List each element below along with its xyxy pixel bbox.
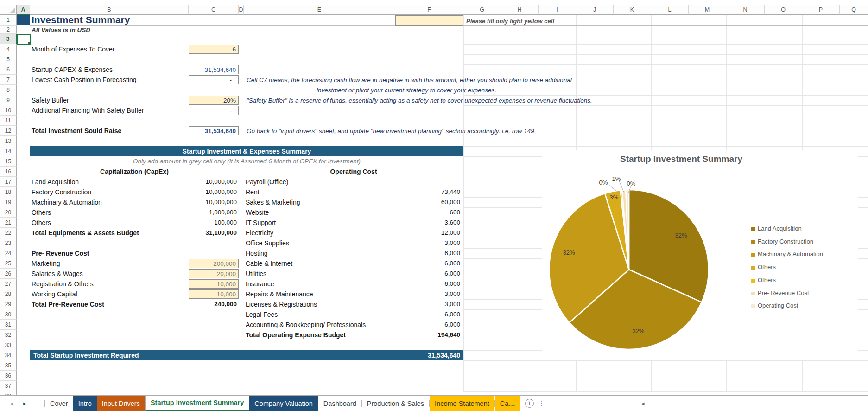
subtitle: All Values is in USD — [32, 26, 90, 33]
sheet-tab-startup-investment-summary[interactable]: Startup Investment Summary — [145, 396, 249, 411]
row-header-36[interactable]: 36 — [0, 371, 17, 381]
column-header-g[interactable]: G — [463, 5, 501, 15]
sheet-tab-intro[interactable]: Intro — [73, 396, 97, 411]
row-header-30[interactable]: 30 — [0, 309, 17, 320]
row-header-25[interactable]: 25 — [0, 258, 17, 269]
row-header-9[interactable]: 9 — [0, 95, 17, 105]
scroll-left-icon[interactable]: ◂ — [641, 400, 645, 407]
row-header-29[interactable]: 29 — [0, 299, 17, 309]
row-header-4[interactable]: 4 — [0, 44, 17, 54]
form-value-row12[interactable]: 31,534,640 — [189, 126, 239, 135]
row-header-22[interactable]: 22 — [0, 228, 17, 238]
row-header-11[interactable]: 11 — [0, 116, 17, 126]
column-header-h[interactable]: H — [501, 5, 539, 15]
row-header-2[interactable]: 2 — [0, 26, 17, 34]
legend-item-5[interactable]: Pre- Revenue Cost — [751, 289, 809, 295]
row-header-20[interactable]: 20 — [0, 207, 17, 218]
page-title: Investment Summary — [32, 14, 130, 26]
sheet-nav-left-icon[interactable]: ◂ — [10, 400, 13, 407]
sheet-tab-company-valuation[interactable]: Company Valuation — [249, 396, 317, 411]
opex-row-label: Cable & Internet — [246, 260, 292, 267]
column-header-e[interactable]: E — [244, 5, 395, 15]
row-header-21[interactable]: 21 — [0, 218, 17, 228]
row-header-34[interactable]: 34 — [0, 350, 17, 360]
row-header-32[interactable]: 32 — [0, 330, 17, 340]
sheet-tab-dashboard[interactable]: Dashboard — [318, 396, 361, 411]
sheet-tab-income-statement[interactable]: Income Statement — [430, 396, 494, 411]
column-header-i[interactable]: I — [539, 5, 576, 15]
row-header-15[interactable]: 15 — [0, 156, 17, 167]
row-header-19[interactable]: 19 — [0, 197, 17, 207]
add-sheet-icon[interactable]: + — [525, 399, 534, 408]
select-all-corner[interactable] — [0, 5, 17, 15]
row-header-7[interactable]: 7 — [0, 75, 17, 85]
column-header-d[interactable]: D — [239, 5, 244, 15]
sheet-tab-production-sales[interactable]: Production & Sales — [362, 396, 429, 411]
legend-item-1[interactable]: Factory Construction — [751, 238, 813, 244]
column-header-l[interactable]: L — [651, 5, 689, 15]
more-dots-icon[interactable]: ⋮ — [539, 400, 545, 407]
form-value-row10[interactable]: - — [189, 106, 239, 115]
column-header-f[interactable]: F — [395, 5, 463, 15]
sheet-nav-right-icon[interactable]: ▸ — [23, 400, 26, 407]
row-header-16[interactable]: 16 — [0, 167, 17, 177]
column-header-k[interactable]: K — [614, 5, 651, 15]
row-header-14[interactable]: 14 — [0, 146, 17, 156]
form-value-row6[interactable]: 31,534,640 — [189, 65, 239, 74]
row-header-18[interactable]: 18 — [0, 187, 17, 197]
row-header-1[interactable]: 1 — [0, 15, 17, 26]
column-header-m[interactable]: M — [689, 5, 726, 15]
column-header-p[interactable]: P — [802, 5, 840, 15]
form-label-row4: Month of Expenses To Cover — [32, 45, 115, 53]
column-header-b[interactable]: B — [30, 5, 189, 15]
form-value-row7[interactable]: - — [189, 75, 239, 84]
row-header-12[interactable]: 12 — [0, 126, 17, 136]
legend-item-2[interactable]: Machinary & Automation — [751, 250, 823, 257]
row-header-8[interactable]: 8 — [0, 85, 17, 95]
table-note: Only add amount in grey cell only (It is… — [30, 158, 463, 165]
row-header-17[interactable]: 17 — [0, 177, 17, 187]
row-header-5[interactable]: 5 — [0, 54, 17, 64]
capex-row-value: 10,000,000 — [189, 188, 237, 195]
legend-item-4[interactable]: Others — [751, 276, 776, 283]
form-value-row9[interactable]: 20% — [189, 96, 239, 105]
row-header-6[interactable]: 6 — [0, 64, 17, 75]
legend-item-3[interactable]: Others — [751, 263, 776, 270]
capex-row-input[interactable]: 10,000 — [189, 279, 239, 289]
column-header-a[interactable]: A — [17, 5, 30, 15]
pie-percent-label: 32% — [675, 232, 687, 239]
row-header-37[interactable]: 37 — [0, 381, 17, 391]
row-header-35[interactable]: 35 — [0, 360, 17, 371]
capex-row-input[interactable]: 200,000 — [189, 259, 239, 268]
row-header-23[interactable]: 23 — [0, 238, 17, 248]
cell-f1-input[interactable] — [395, 15, 463, 26]
column-header-c[interactable]: C — [189, 5, 239, 15]
column-header-q[interactable]: Q — [840, 5, 868, 15]
legend-label: Pre- Revenue Cost — [758, 289, 809, 296]
capex-row-input[interactable]: 20,000 — [189, 269, 239, 278]
pie-chart[interactable]: Startup Investment Summary 32%32%32%3%0%… — [542, 150, 858, 360]
opex-row-label: Payroll (Office) — [246, 178, 288, 186]
column-header-n[interactable]: N — [726, 5, 765, 15]
column-header-j[interactable]: J — [576, 5, 614, 15]
row-header-13[interactable]: 13 — [0, 136, 17, 146]
row-header-31[interactable]: 31 — [0, 320, 17, 330]
legend-item-6[interactable]: Operating Cost — [751, 302, 798, 308]
row-header-27[interactable]: 27 — [0, 279, 17, 289]
selected-cell-a3[interactable] — [17, 34, 31, 45]
capex-row-input[interactable]: 10,000 — [189, 289, 239, 299]
row-header-24[interactable]: 24 — [0, 248, 17, 258]
sheet-tab-cover[interactable]: Cover — [45, 396, 73, 411]
sheet-tab-input-drivers[interactable]: Input Drivers — [97, 396, 145, 411]
row-header-33[interactable]: 33 — [0, 340, 17, 350]
legend-item-0[interactable]: Land Acquisition — [751, 225, 802, 231]
row-header-28[interactable]: 28 — [0, 289, 17, 299]
column-header-o[interactable]: O — [765, 5, 802, 15]
row-header-3[interactable]: 3 — [0, 34, 17, 44]
form-value-row4[interactable]: 6 — [189, 45, 239, 54]
sheet-tab-ca[interactable]: Ca … — [495, 396, 520, 411]
opex-row-label: Office Supplies — [246, 239, 289, 247]
legend-swatch — [751, 266, 755, 270]
row-header-10[interactable]: 10 — [0, 105, 17, 116]
row-header-26[interactable]: 26 — [0, 269, 17, 279]
